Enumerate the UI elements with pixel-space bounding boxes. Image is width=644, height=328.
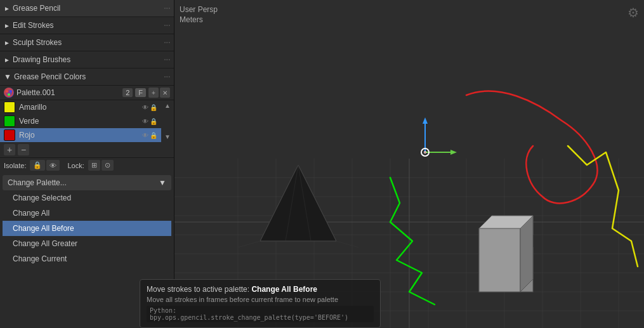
palette-name: Palette.001	[16, 88, 120, 97]
dropdown-item-change-all-greater[interactable]: Change All Greater	[3, 236, 171, 251]
sidebar: ► Grease Pencil ··· ► Edit Strokes ··· ►…	[0, 0, 174, 328]
lock-icon: 🔒	[150, 104, 157, 111]
sidebar-item-grease-pencil[interactable]: ► Grease Pencil ···	[0, 0, 174, 17]
sidebar-item-drawing-brushes[interactable]: ► Drawing Brushes ···	[0, 51, 174, 69]
viewport-grid	[174, 0, 644, 328]
color-icons: 👁 🔒	[142, 132, 157, 139]
palette-count: 2	[122, 88, 133, 97]
isolate-buttons: 🔒 👁	[30, 160, 60, 171]
change-palette-button[interactable]: Change Palette... ▼	[3, 175, 171, 190]
viewport-units-label: Meters	[180, 15, 203, 24]
eye-icon: 👁	[142, 132, 148, 139]
scroll-up-btn[interactable]: ▲	[161, 102, 174, 110]
sidebar-item-label: Sculpt Strokes	[13, 38, 62, 47]
color-name: Rojo	[19, 131, 138, 140]
eye-icon: 👁	[142, 104, 148, 111]
palette-actions: + ✕	[148, 88, 170, 98]
colors-panel: Amarillo 👁 🔒 Verde 👁 🔒 Rojo	[0, 100, 174, 142]
dots-icon: ···	[164, 20, 170, 31]
color-icons: 👁 🔒	[142, 104, 157, 111]
arrow-icon: ►	[4, 39, 10, 46]
svg-point-46	[424, 152, 426, 153]
add-remove-row: + −	[0, 142, 174, 157]
dropdown-menu: Change Selected Change All Change All Be…	[3, 190, 171, 266]
dropdown-arrow-icon: ▼	[159, 178, 166, 187]
dots-icon: ···	[164, 3, 170, 14]
svg-rect-37	[479, 228, 520, 292]
svg-marker-38	[520, 216, 533, 292]
eye-icon: 👁	[142, 118, 148, 125]
svg-point-3	[8, 93, 10, 96]
sidebar-item-label: Drawing Brushes	[13, 55, 70, 64]
svg-point-2	[10, 90, 12, 93]
lock-color-btn[interactable]: ⊙	[102, 160, 114, 171]
arrow-icon: ►	[4, 56, 10, 63]
svg-point-1	[6, 90, 8, 93]
isolate-lock-row: Isolate: 🔒 👁 Lock: ⊞ ⊙	[0, 157, 174, 173]
palette-remove-btn[interactable]: ✕	[160, 88, 170, 98]
gear-icon[interactable]: ⚙	[628, 5, 639, 20]
scroll-down-btn[interactable]: ▼	[161, 133, 174, 141]
dropdown-item-change-all-before[interactable]: Change All Before	[3, 221, 171, 236]
sidebar-item-label: Grease Pencil	[13, 4, 60, 13]
scroll-controls: ▲ ▼	[161, 100, 174, 142]
color-name: Amarillo	[19, 103, 138, 112]
color-item-rojo[interactable]: Rojo 👁 🔒	[0, 128, 161, 142]
palette-row: Palette.001 2 F + ✕	[0, 86, 174, 100]
lock-buttons: ⊞ ⊙	[88, 160, 114, 171]
lock-palette-btn[interactable]: ⊞	[88, 160, 100, 171]
lock-label: Lock:	[67, 162, 84, 169]
dots-icon: ···	[164, 71, 170, 82]
color-item-verde[interactable]: Verde 👁 🔒	[0, 114, 161, 128]
sidebar-item-label: Edit Strokes	[13, 21, 54, 30]
color-swatch	[4, 115, 15, 127]
isolate-eye-btn[interactable]: 👁	[46, 160, 60, 171]
isolate-lock-btn[interactable]: 🔒	[30, 160, 45, 171]
sidebar-item-edit-strokes[interactable]: ► Edit Strokes ···	[0, 17, 174, 34]
dropdown-item-change-selected[interactable]: Change Selected	[3, 190, 171, 206]
remove-color-btn[interactable]: −	[18, 144, 29, 155]
change-palette-label: Change Palette...	[8, 178, 67, 187]
dropdown-item-change-current[interactable]: Change Current	[3, 251, 171, 266]
add-color-btn[interactable]: +	[4, 144, 15, 155]
viewport[interactable]: User Persp Meters ⚙	[174, 0, 644, 328]
lock-icon: 🔒	[150, 132, 157, 139]
color-item-amarillo[interactable]: Amarillo 👁 🔒	[0, 100, 161, 114]
palette-add-btn[interactable]: +	[148, 88, 159, 98]
arrow-icon: ►	[4, 22, 10, 29]
palette-icon	[4, 88, 14, 98]
sidebar-item-sculpt-strokes[interactable]: ► Sculpt Strokes ···	[0, 34, 174, 51]
lock-icon: 🔒	[150, 118, 157, 125]
arrow-icon: ▼	[4, 72, 11, 81]
dots-icon: ···	[164, 54, 170, 65]
arrow-icon: ►	[4, 5, 10, 12]
color-swatch	[4, 129, 15, 141]
isolate-label: Isolate:	[4, 162, 26, 169]
sidebar-item-label: Grease Pencil Colors	[14, 72, 86, 81]
colors-list: Amarillo 👁 🔒 Verde 👁 🔒 Rojo	[0, 100, 161, 142]
sidebar-item-grease-pencil-colors[interactable]: ▼ Grease Pencil Colors ···	[0, 69, 174, 86]
color-swatch	[4, 102, 15, 113]
palette-badge: F	[135, 88, 146, 97]
color-icons: 👁 🔒	[142, 118, 157, 125]
viewport-persp-label: User Persp	[180, 5, 218, 14]
dots-icon: ···	[164, 37, 170, 48]
color-name: Verde	[19, 117, 138, 126]
dropdown-item-change-all[interactable]: Change All	[3, 206, 171, 221]
